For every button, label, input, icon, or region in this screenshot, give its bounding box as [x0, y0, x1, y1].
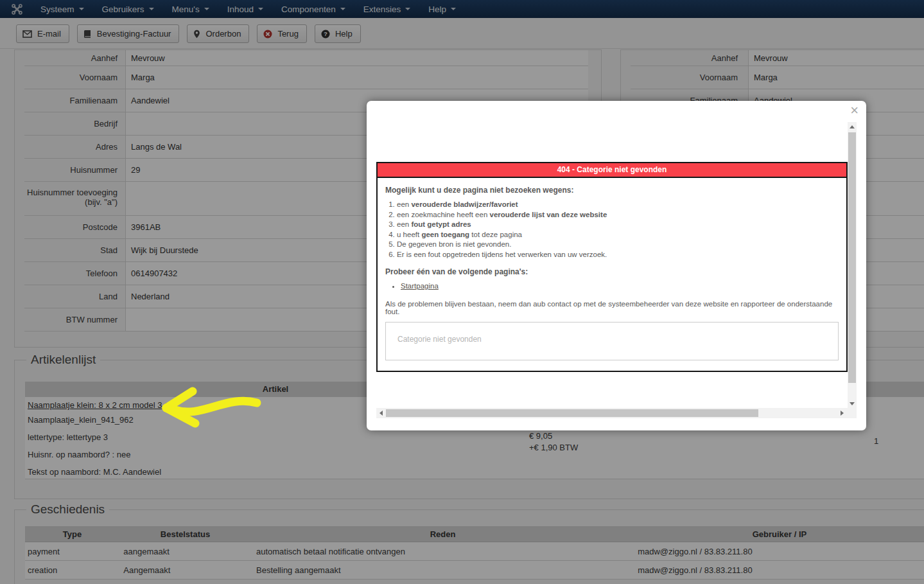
scroll-down-arrow-icon[interactable] — [850, 402, 855, 405]
error-reason: een fout getypt adres — [397, 220, 839, 230]
vertical-scrollbar[interactable] — [848, 122, 857, 408]
error-reason: een zoekmachine heeft een verouderde lij… — [397, 210, 839, 220]
error-reason: een verouderde bladwijzer/favoriet — [397, 200, 839, 210]
error-try-label: Probeer één van de volgende pagina's: — [385, 267, 839, 276]
scroll-left-arrow-icon[interactable] — [379, 411, 383, 416]
scroll-right-arrow-icon[interactable] — [841, 411, 844, 416]
vertical-scrollbar-thumb[interactable] — [848, 132, 856, 383]
error-intro: Mogelijk kunt u deze pagina niet bezoeke… — [385, 186, 839, 195]
error-reason: Er is een fout opgetreden tijdens het ve… — [397, 250, 839, 260]
preview-modal: × 404 - Categorie niet gevonden Mogelijk… — [367, 101, 866, 430]
error-contact-text: Als de problemen blijven bestaan, neem d… — [385, 300, 839, 315]
horizontal-scrollbar[interactable] — [376, 408, 857, 418]
error-404-block: 404 - Categorie niet gevonden Mogelijk k… — [376, 162, 848, 372]
close-icon[interactable]: × — [850, 102, 859, 119]
error-reasons-list: een verouderde bladwijzer/favoriet een z… — [397, 200, 839, 260]
error-reason: u heeft geen toegang tot deze pagina — [397, 230, 839, 240]
highlight-arrow-annotation — [158, 385, 263, 430]
error-code-box: Categorie niet gevonden — [385, 322, 839, 360]
horizontal-scrollbar-thumb[interactable] — [386, 409, 758, 417]
error-links-list: Startpagina — [401, 281, 839, 291]
error-404-title: 404 - Categorie niet gevonden — [378, 163, 846, 178]
error-reason: De gegeven bron is niet gevonden. — [397, 240, 839, 250]
preview-iframe: 404 - Categorie niet gevonden Mogelijk k… — [376, 122, 857, 418]
startpagina-link[interactable]: Startpagina — [401, 282, 439, 290]
scroll-up-arrow-icon[interactable] — [850, 125, 855, 128]
